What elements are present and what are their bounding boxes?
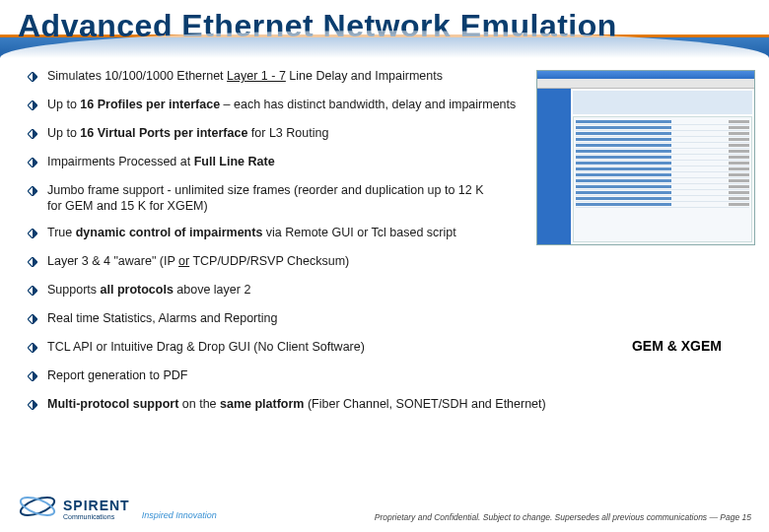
diamond-bullet-icon	[28, 184, 41, 201]
company-logo: SPIRENT Communications	[18, 491, 130, 526]
screenshot-caption: GEM & XGEM	[632, 338, 722, 354]
logo-tagline: Inspired Innovation	[142, 510, 217, 520]
logo-subtext: Communications	[63, 513, 130, 520]
diamond-bullet-icon	[28, 369, 41, 386]
bullet-item: Report generation to PDF	[28, 367, 741, 386]
bullet-text: Up to 16 Virtual Ports per interface for…	[47, 125, 328, 142]
bullet-text: Impairments Processed at Full Line Rate	[47, 154, 275, 170]
diamond-bullet-icon	[28, 156, 41, 172]
diamond-bullet-icon	[28, 127, 41, 144]
bullet-text: TCL API or Intuitive Drag & Drop GUI (No…	[47, 339, 365, 356]
footer-disclaimer: Proprietary and Confidential. Subject to…	[375, 512, 751, 522]
logo-name: SPIRENT	[63, 498, 130, 513]
slide-content: Simulates 10/100/1000 Ethernet Layer 1 -…	[0, 58, 769, 414]
diamond-bullet-icon	[28, 99, 41, 115]
diamond-bullet-icon	[28, 341, 41, 358]
diamond-bullet-icon	[28, 255, 41, 272]
bullet-item: Supports all protocols above layer 2	[28, 282, 741, 300]
bullet-text: Layer 3 & 4 "aware" (IP or TCP/UDP/RSVP …	[47, 253, 349, 270]
slide-header: Advanced Ethernet Network Emulation	[0, 0, 769, 58]
spirent-logo-icon	[18, 491, 57, 526]
bullet-text: Supports all protocols above layer 2	[47, 282, 250, 299]
bullet-item: Multi-protocol support on the same platf…	[28, 396, 741, 415]
bullet-text: Real time Statistics, Alarms and Reporti…	[47, 310, 277, 327]
bullet-item: Layer 3 & 4 "aware" (IP or TCP/UDP/RSVP …	[28, 253, 741, 272]
bullet-text: Simulates 10/100/1000 Ethernet Layer 1 -…	[47, 68, 443, 85]
diamond-bullet-icon	[28, 70, 41, 87]
bullet-text: True dynamic control of impairments via …	[47, 225, 456, 241]
diamond-bullet-icon	[28, 398, 41, 415]
bullet-text: Multi-protocol support on the same platf…	[47, 396, 546, 413]
bullet-text: Up to 16 Profiles per interface – each h…	[47, 97, 516, 113]
bullet-text: Jumbo frame support - unlimited size fra…	[47, 182, 501, 216]
diamond-bullet-icon	[28, 227, 41, 243]
diamond-bullet-icon	[28, 312, 41, 329]
app-screenshot-thumbnail	[536, 70, 755, 245]
bullet-item: Real time Statistics, Alarms and Reporti…	[28, 310, 741, 329]
slide-footer: SPIRENT Communications Inspired Innovati…	[0, 477, 769, 532]
diamond-bullet-icon	[28, 284, 41, 300]
bullet-text: Report generation to PDF	[47, 367, 187, 384]
